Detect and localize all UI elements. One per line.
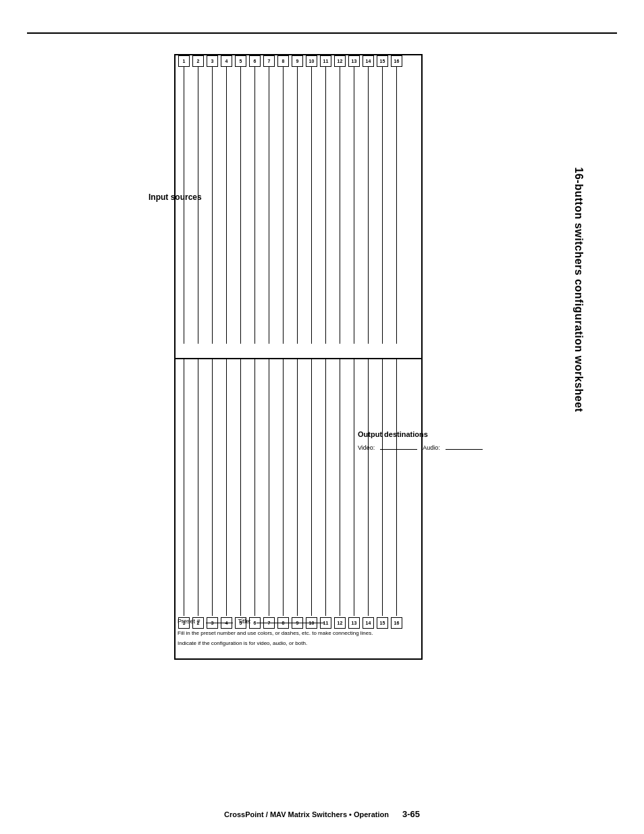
top-row-col-7: 7: [263, 55, 275, 344]
bottom-row-col-11: 11: [319, 359, 332, 629]
top-line-16: [396, 67, 398, 344]
top-row-col-8: 8: [277, 55, 290, 344]
bottom-row-col-5: 5: [234, 359, 247, 629]
bottom-row-col-10: 10: [305, 359, 318, 629]
bottom-row-col-8: 8: [277, 359, 290, 629]
bottom-row-container: 16151413121110987654321: [178, 359, 403, 629]
note2: Indicate if the configuration is for vid…: [178, 640, 307, 647]
top-line-10: [311, 67, 313, 344]
footer: CrossPoint / MAV Matrix Switchers • Oper…: [0, 809, 644, 819]
bottom-row-col-12: 12: [333, 359, 346, 629]
bottom-line-13: [354, 359, 355, 616]
video-label: Video:: [358, 444, 375, 451]
bottom-line-12: [340, 359, 341, 616]
bottom-row-col-13: 13: [348, 359, 360, 629]
bottom-line-1: [184, 359, 185, 616]
top-row-col-13: 13: [348, 55, 360, 344]
top-box-8: 8: [277, 55, 289, 67]
bottom-line-14: [368, 359, 369, 616]
top-box-1: 1: [178, 55, 190, 67]
preset-label: Preset #: [178, 618, 200, 625]
bottom-line-8: [283, 359, 284, 616]
bottom-row-col-14: 14: [362, 359, 375, 629]
top-line-13: [354, 67, 355, 344]
bottom-box-14: 14: [363, 617, 374, 629]
top-row-col-15: 15: [376, 55, 389, 344]
video-underline: [380, 449, 417, 450]
bottom-line-5: [240, 359, 242, 616]
top-box-16: 16: [391, 55, 402, 67]
top-line-1: [184, 67, 185, 344]
bottom-row-col-9: 9: [291, 359, 304, 629]
bottom-line-3: [212, 359, 213, 616]
bottom-box-12: 12: [334, 617, 346, 629]
top-line-4: [226, 67, 227, 344]
top-row-col-10: 10: [305, 55, 318, 344]
top-box-14: 14: [363, 55, 374, 67]
top-box-3: 3: [207, 55, 218, 67]
bottom-line-9: [297, 359, 298, 616]
top-row-col-12: 12: [333, 55, 346, 344]
bottom-line-10: [311, 359, 313, 616]
footer-page: 3-65: [402, 809, 420, 819]
top-box-6: 6: [249, 55, 261, 67]
bottom-line-7: [269, 359, 270, 616]
bottom-row-col-1: 1: [178, 359, 190, 629]
top-line-5: [240, 67, 242, 344]
top-row-col-5: 5: [234, 55, 247, 344]
top-line-6: [254, 67, 256, 344]
bottom-row-col-15: 15: [376, 359, 389, 629]
top-line-9: [297, 67, 298, 344]
bottom-row-col-2: 2: [192, 359, 205, 629]
bottom-row-col-7: 7: [263, 359, 275, 629]
top-line-15: [382, 67, 383, 344]
top-row-col-4: 4: [220, 55, 233, 344]
audio-label: Audio:: [423, 444, 440, 451]
bottom-line-6: [254, 359, 256, 616]
top-row-col-16: 16: [390, 55, 403, 344]
rotated-title: 16-button switchers configuration worksh…: [573, 167, 585, 413]
bottom-row-col-3: 3: [206, 359, 219, 629]
top-box-2: 2: [192, 55, 204, 67]
top-box-10: 10: [306, 55, 317, 67]
bracket-bottom: [174, 658, 423, 660]
preset-title-line: Preset # Title:: [178, 618, 324, 625]
top-line-14: [368, 67, 369, 344]
top-box-12: 12: [334, 55, 346, 67]
top-row-col-2: 2: [192, 55, 205, 344]
top-line-2: [198, 67, 199, 344]
top-line-8: [283, 67, 284, 344]
bottom-box-13: 13: [348, 617, 360, 629]
top-row-col-11: 11: [319, 55, 332, 344]
top-row-col-6: 6: [248, 55, 261, 344]
top-rule: [27, 32, 617, 34]
bottom-box-15: 15: [377, 617, 388, 629]
bottom-row-col-6: 6: [248, 359, 261, 629]
bracket-left: [174, 54, 176, 660]
title-label: Title:: [238, 618, 251, 625]
top-row-col-9: 9: [291, 55, 304, 344]
bottom-row-col-4: 4: [220, 359, 233, 629]
audio-underline: [446, 449, 483, 450]
top-row-col-1: 1: [178, 55, 190, 344]
top-box-11: 11: [320, 55, 331, 67]
bottom-line-16: [396, 359, 398, 616]
bracket-right: [421, 54, 423, 660]
top-box-15: 15: [377, 55, 388, 67]
top-line-12: [340, 67, 341, 344]
bottom-line-15: [382, 359, 383, 616]
footer-text: CrossPoint / MAV Matrix Switchers • Oper…: [224, 810, 389, 818]
bottom-line-4: [226, 359, 227, 616]
output-destinations-label: Output destinations: [358, 430, 428, 438]
note1: Fill in the preset number and use colors…: [178, 629, 373, 637]
video-audio-line: Video: Audio:: [358, 444, 483, 451]
bottom-box-16: 16: [391, 617, 402, 629]
bottom-row-col-16: 16: [390, 359, 403, 629]
top-line-7: [269, 67, 270, 344]
bottom-line-11: [325, 359, 327, 616]
top-row-col-3: 3: [206, 55, 219, 344]
top-box-7: 7: [263, 55, 275, 67]
top-box-5: 5: [235, 55, 246, 67]
top-box-13: 13: [348, 55, 360, 67]
top-box-4: 4: [221, 55, 232, 67]
